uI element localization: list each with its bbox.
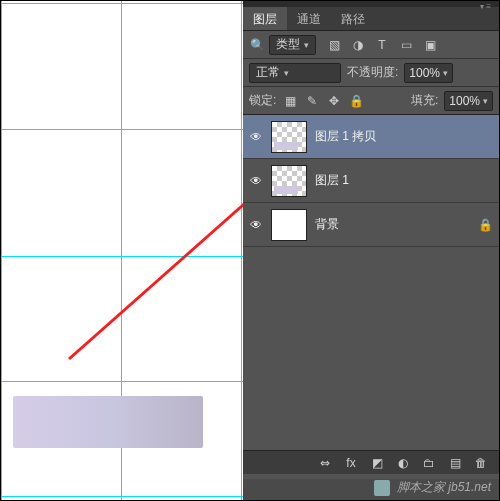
layers-empty-area <box>243 247 499 479</box>
group-icon[interactable]: 🗀 <box>421 455 437 471</box>
guide-horizontal <box>1 129 243 130</box>
watermark-icon <box>374 480 390 496</box>
blend-row: 正常 ▾ 不透明度: 100% ▾ <box>243 59 499 87</box>
filter-smart-icon[interactable]: ▣ <box>422 37 438 53</box>
trash-icon[interactable]: 🗑 <box>473 455 489 471</box>
lock-position-icon[interactable]: ✥ <box>326 93 342 109</box>
filter-adjust-icon[interactable]: ◑ <box>350 37 366 53</box>
opacity-label: 不透明度: <box>347 64 398 81</box>
layer-list: 👁 图层 1 拷贝 👁 图层 1 👁 背景 🔒 <box>243 115 499 247</box>
panel-title-bar[interactable]: ▾≡ <box>243 1 499 7</box>
layer-name: 图层 1 <box>315 172 349 189</box>
guide-horizontal <box>1 256 243 257</box>
layer-thumbnail[interactable] <box>271 209 307 241</box>
layer-row[interactable]: 👁 图层 1 <box>243 159 499 203</box>
guide-horizontal <box>1 3 243 4</box>
search-icon: 🔍 <box>249 37 265 53</box>
fx-icon[interactable]: fx <box>343 455 359 471</box>
lock-icon: 🔒 <box>478 218 493 232</box>
chevron-down-icon: ▾ <box>443 68 448 78</box>
filter-type-icon[interactable]: T <box>374 37 390 53</box>
canvas-shape <box>13 396 203 448</box>
lock-transparency-icon[interactable]: ▦ <box>282 93 298 109</box>
guide-vertical <box>1 1 2 500</box>
filter-kind-dropdown[interactable]: 类型 ▾ <box>269 35 316 55</box>
chevron-down-icon: ▾ <box>483 96 488 106</box>
fill-input[interactable]: 100% ▾ <box>444 91 493 111</box>
layer-name: 背景 <box>315 216 339 233</box>
opacity-value: 100% <box>409 66 440 80</box>
lock-pixels-icon[interactable]: ✎ <box>304 93 320 109</box>
fill-label: 填充: <box>411 92 438 109</box>
chevron-down-icon: ▾ <box>304 40 309 50</box>
mask-icon[interactable]: ◩ <box>369 455 385 471</box>
layers-bottom-bar: ⇔ fx ◩ ◐ 🗀 ▤ 🗑 <box>243 450 499 474</box>
lock-row: 锁定: ▦ ✎ ✥ 🔒 填充: 100% ▾ <box>243 87 499 115</box>
document-canvas[interactable] <box>1 1 243 500</box>
visibility-eye-icon[interactable]: 👁 <box>249 218 263 232</box>
visibility-eye-icon[interactable]: 👁 <box>249 174 263 188</box>
visibility-eye-icon[interactable]: 👁 <box>249 130 263 144</box>
panel-tabs: 图层 通道 路径 <box>243 7 499 31</box>
layers-panel: ▾≡ 图层 通道 路径 🔍 类型 ▾ ▧ ◑ T ▭ ▣ 正常 ▾ 不透明度: … <box>243 1 499 500</box>
filter-pixel-icon[interactable]: ▧ <box>326 37 342 53</box>
watermark: 脚本之家 jb51.net <box>374 479 491 496</box>
layer-thumbnail[interactable] <box>271 165 307 197</box>
layer-thumbnail[interactable] <box>271 121 307 153</box>
adjustment-icon[interactable]: ◐ <box>395 455 411 471</box>
tab-channels[interactable]: 通道 <box>287 7 331 30</box>
tab-paths[interactable]: 路径 <box>331 7 375 30</box>
filter-kind-label: 类型 <box>276 36 300 53</box>
guide-horizontal <box>1 496 243 497</box>
layer-row[interactable]: 👁 背景 🔒 <box>243 203 499 247</box>
lock-label: 锁定: <box>249 92 276 109</box>
guide-horizontal <box>1 381 243 382</box>
layer-name: 图层 1 拷贝 <box>315 128 376 145</box>
watermark-text: 脚本之家 jb51.net <box>397 480 491 494</box>
lock-all-icon[interactable]: 🔒 <box>348 93 364 109</box>
new-layer-icon[interactable]: ▤ <box>447 455 463 471</box>
layer-filter-row: 🔍 类型 ▾ ▧ ◑ T ▭ ▣ <box>243 31 499 59</box>
blend-mode-value: 正常 <box>256 64 280 81</box>
layer-row[interactable]: 👁 图层 1 拷贝 <box>243 115 499 159</box>
chevron-down-icon: ▾ <box>284 68 289 78</box>
opacity-input[interactable]: 100% ▾ <box>404 63 453 83</box>
fill-value: 100% <box>449 94 480 108</box>
link-icon[interactable]: ⇔ <box>317 455 333 471</box>
guide-vertical <box>241 1 242 500</box>
blend-mode-dropdown[interactable]: 正常 ▾ <box>249 63 341 83</box>
filter-shape-icon[interactable]: ▭ <box>398 37 414 53</box>
tab-layers[interactable]: 图层 <box>243 7 287 30</box>
